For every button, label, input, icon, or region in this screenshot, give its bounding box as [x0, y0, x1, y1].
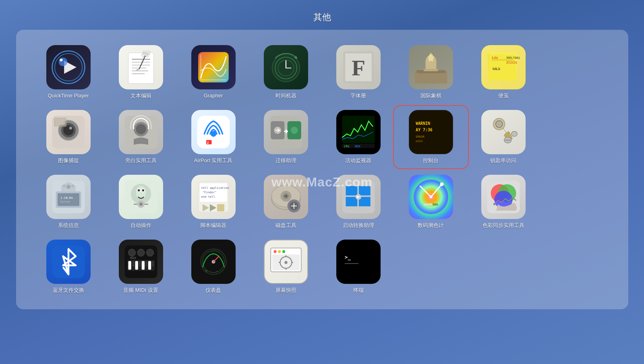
app-item-bootcamp[interactable]: 启动转换助理	[322, 172, 395, 232]
app-item-terminal[interactable]: >_ 终端	[322, 236, 395, 297]
automator-label: 自动操作	[130, 222, 151, 229]
svg-rect-111	[358, 186, 370, 195]
svg-point-117	[429, 195, 432, 198]
airport-icon: Z	[191, 110, 236, 154]
app-item-sysinfo[interactable]: 1-CN-M4 System 系统信息	[32, 172, 105, 232]
svg-point-104	[271, 194, 300, 198]
svg-text:555-7361: 555-7361	[506, 56, 520, 60]
chess-label: 国际象棋	[420, 93, 441, 99]
terminal-label: 终端	[353, 287, 364, 294]
svg-text:MIDI: MIDI	[130, 256, 136, 259]
svg-point-73	[511, 131, 517, 136]
dashboard-icon: @ ♪ ☁	[191, 240, 236, 284]
page-title: 其他	[313, 11, 331, 23]
app-item-imagecapture[interactable]: 图像捕捉	[32, 107, 105, 168]
svg-point-87	[137, 189, 139, 191]
svg-rect-59	[342, 116, 375, 143]
app-item-spacer5	[467, 236, 540, 297]
svg-point-3	[60, 58, 62, 61]
app-item-fontbook[interactable]: F 字体册	[322, 42, 395, 103]
app-item-activitymonitor[interactable]: CPU MEM 活动监视器	[322, 107, 395, 168]
svg-text:WARN: WARN	[416, 139, 422, 143]
textedit-label: 文本编辑	[130, 93, 151, 99]
app-item-spacer2	[540, 107, 612, 168]
bootcamp-label: 启动转换助理	[343, 222, 374, 229]
app-item-screenshot[interactable]: 屏幕快照	[250, 236, 322, 297]
app-item-keychain[interactable]: 钥匙串访问	[467, 107, 540, 168]
app-item-spacer1	[540, 42, 612, 103]
svg-rect-159	[340, 244, 377, 280]
svg-point-84	[136, 186, 146, 199]
svg-text:Z: Z	[207, 141, 209, 145]
chess-icon	[409, 45, 453, 89]
app-item-airport[interactable]: Z AirPort 实用工具	[177, 107, 250, 168]
terminal-icon: >_	[336, 240, 381, 284]
svg-point-70	[497, 122, 501, 126]
app-item-digitalcolor[interactable]: 数码测色计	[395, 172, 467, 232]
app-item-quicktime[interactable]: QuickTime Player	[32, 42, 105, 103]
voiceover-label: 旁白实用工具	[125, 157, 157, 164]
svg-point-28	[429, 54, 433, 58]
screenshot-icon	[264, 240, 308, 284]
svg-rect-133	[145, 261, 147, 267]
timemachine-label: 时间机器	[275, 93, 296, 99]
app-item-bluetooth[interactable]: 蓝牙文件交换	[32, 236, 105, 297]
stickies-label: 便笺	[498, 93, 509, 99]
svg-text:end tell: end tell	[201, 195, 215, 199]
app-item-dashboard[interactable]: @ ♪ ☁ 仪表盘	[177, 236, 250, 297]
dashboard-label: 仪表盘	[205, 287, 221, 294]
scripteditor-icon: tell application "Finder" end tell	[191, 175, 236, 219]
imagecapture-icon	[46, 110, 91, 154]
svg-point-81	[71, 184, 74, 187]
app-item-audiomidi[interactable]: MIDI 音频 MIDI 设置	[105, 236, 177, 297]
app-item-grapher[interactable]: Grapher	[177, 42, 250, 103]
sysinfo-icon: 1-CN-M4 System	[46, 175, 91, 219]
app-item-colorsync[interactable]: 色彩同步实用工具	[467, 172, 540, 232]
svg-text:F: F	[351, 55, 365, 80]
svg-text:EGGs: EGGs	[506, 60, 517, 64]
svg-rect-90	[139, 203, 142, 205]
app-item-spacer3	[540, 172, 612, 232]
migration-icon	[264, 110, 308, 154]
svg-point-88	[142, 189, 144, 191]
svg-point-138	[137, 249, 145, 256]
digitalcolor-label: 数码测色计	[418, 222, 444, 229]
app-item-spacer6	[540, 236, 612, 297]
stickies-icon: Lou 555-7361 EGGs MiLk	[481, 45, 526, 89]
app-item-diskutil[interactable]: 磁盘工具	[250, 172, 322, 232]
app-item-automator[interactable]: 自动操作	[105, 172, 177, 232]
airport-label: AirPort 实用工具	[194, 157, 232, 164]
svg-rect-98	[217, 204, 224, 211]
svg-point-150	[278, 250, 281, 253]
app-item-spacer4	[395, 236, 467, 297]
app-item-scripteditor[interactable]: tell application "Finder" end tell 脚本编辑器	[177, 172, 250, 232]
colorsync-icon	[481, 175, 526, 219]
launchpad-container: QuickTime Player 文本编辑	[16, 30, 628, 309]
quicktime-label: QuickTime Player	[48, 93, 89, 99]
app-item-migration[interactable]: 迁移助理	[250, 107, 322, 168]
svg-point-80	[62, 184, 65, 187]
svg-text:ERROR: ERROR	[416, 134, 425, 138]
app-item-voiceover[interactable]: 旁白实用工具	[105, 107, 177, 168]
colorsync-label: 色彩同步实用工具	[482, 222, 524, 229]
app-item-console[interactable]: WARNIN AY 7:36 ERROR WARN 控制台	[395, 107, 467, 168]
svg-rect-128	[128, 261, 131, 270]
svg-marker-30	[430, 52, 432, 54]
svg-text:1-CN-M4: 1-CN-M4	[60, 196, 72, 199]
app-item-chess[interactable]: 国际象棋	[395, 42, 467, 103]
svg-text:☁: ☁	[215, 269, 217, 273]
svg-rect-112	[346, 197, 357, 206]
fontbook-icon: F	[336, 45, 381, 89]
screenshot-label: 屏幕快照	[275, 287, 296, 294]
svg-point-116	[440, 182, 443, 186]
svg-text:>_: >_	[344, 254, 351, 260]
voiceover-icon	[119, 110, 163, 154]
digitalcolor-icon	[409, 175, 453, 219]
svg-point-79	[66, 184, 70, 189]
svg-rect-132	[141, 261, 144, 270]
app-item-stickies[interactable]: Lou 555-7361 EGGs MiLk 便笺	[467, 42, 540, 103]
app-item-textedit[interactable]: 文本编辑	[105, 42, 177, 103]
activitymonitor-label: 活动监视器	[345, 157, 371, 164]
app-item-timemachine[interactable]: 时间机器	[250, 42, 322, 103]
app-grid: QuickTime Player 文本编辑	[32, 42, 612, 297]
